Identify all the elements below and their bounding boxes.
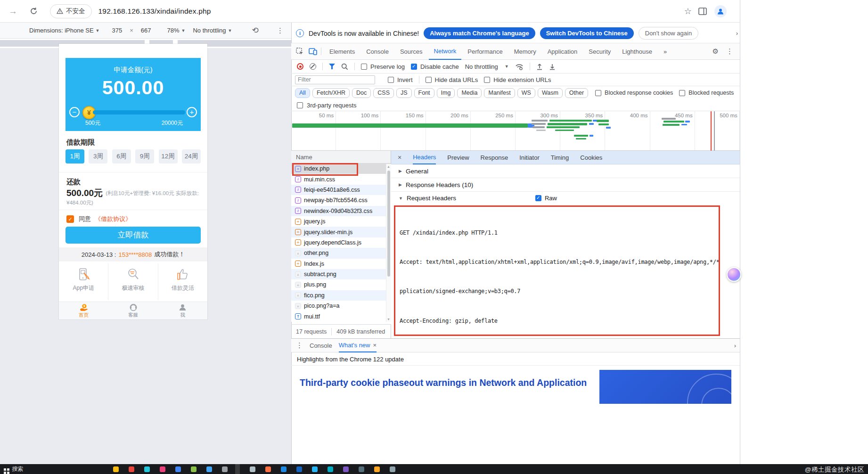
type-chip-doc[interactable]: Doc [352,88,371,98]
network-overview-timeline[interactable]: 50 ms 100 ms 150 ms 200 ms 250 ms 300 ms… [291,111,740,151]
taskbar-icon[interactable] [222,466,228,472]
floating-ball-widget[interactable] [727,267,741,282]
rotate-device-icon[interactable]: ⟲ [252,25,258,35]
bookmark-star-icon[interactable]: ☆ [684,6,692,16]
period-option[interactable]: 3周 [89,149,107,163]
third-party-checkbox[interactable] [297,102,303,108]
type-chip-css[interactable]: CSS [373,88,394,98]
close-tab-icon[interactable]: × [373,342,377,349]
device-toolbar-menu-icon[interactable]: ⋮ [277,26,284,35]
tab-application[interactable]: Application [542,43,583,60]
name-column-header[interactable]: Name [291,151,391,163]
scrollbar-thumb[interactable] [387,171,390,277]
taskbar-icon[interactable] [206,466,212,472]
taskbar-icon[interactable] [296,466,302,472]
agreement-checkbox[interactable]: ✓ [66,215,74,223]
details-tab-timing[interactable]: Timing [551,154,569,161]
taskbar-search[interactable]: 搜索 [12,465,24,473]
details-tab-headers[interactable]: Headers [413,151,436,164]
taskbar-icon[interactable] [113,466,119,472]
close-details-icon[interactable]: × [398,154,401,161]
network-throttle-select[interactable]: No throttling▼ [465,63,509,70]
period-option[interactable]: 24周 [182,149,201,163]
blocked-requests-toggle[interactable]: Blocked requests [679,90,734,96]
request-row[interactable]: ▴subtract.png [291,269,391,279]
throttle-select[interactable]: No throttling▼ [193,27,232,34]
reload-icon[interactable] [30,7,38,15]
details-tab-response[interactable]: Response [481,154,508,161]
tab-security[interactable]: Security [583,43,616,60]
taskbar-active-app[interactable] [235,464,240,474]
period-option[interactable]: 12周 [159,149,178,163]
borrow-now-button[interactable]: 立即借款 [66,227,201,244]
url-text[interactable]: 192.168.126.133/xindai/index.php [98,7,211,16]
type-chip-js[interactable]: JS [396,88,412,98]
type-chip-img[interactable]: Img [437,88,455,98]
tab-memory[interactable]: Memory [509,43,541,60]
taskbar-icon[interactable] [281,466,287,472]
network-conditions-icon[interactable] [515,63,524,70]
details-tab-preview[interactable]: Preview [447,154,469,161]
blocked-cookies-checkbox[interactable] [595,90,601,96]
taskbar-icon[interactable] [390,466,395,472]
whats-new-highlights-row[interactable]: Highlights from the Chrome 122 update [291,353,740,366]
devtools-menu-icon[interactable]: ⋮ [726,47,733,56]
device-select[interactable]: Dimensions: iPhone SE▼ [29,27,100,34]
filter-icon[interactable] [329,64,335,69]
request-row[interactable]: ‹›jquery.js [291,216,391,227]
details-tab-initiator[interactable]: Initiator [519,154,540,161]
response-headers-section[interactable]: ▶Response Headers (10) [391,178,740,192]
banner-scroll-chevron-icon[interactable]: › [736,30,738,37]
taskbar-icon[interactable] [160,466,165,472]
hide-extension-urls-checkbox[interactable] [484,77,490,83]
forward-icon[interactable]: → [8,6,17,16]
drawer-overflow-chevron-icon[interactable]: › [734,342,736,349]
drawer-menu-icon[interactable]: ⋮ [296,341,303,350]
hide-data-urls-checkbox[interactable] [426,77,432,83]
device-toolbar-toggle-icon[interactable] [309,48,317,55]
security-chip[interactable]: 不安全 [50,4,92,18]
taskbar-icon[interactable] [359,466,364,472]
request-row[interactable]: ▴pico.png?a=a [291,301,391,311]
whats-new-article-image[interactable] [599,370,731,404]
request-row[interactable]: /newindex-09d04b32f3.css [291,206,391,216]
type-chip-ws[interactable]: WS [517,88,535,98]
request-row[interactable]: ▴fico.png [291,290,391,301]
tab-network[interactable]: Network [429,43,462,60]
tab-support[interactable]: 客服 [108,302,158,319]
amount-slider-track[interactable] [93,110,185,114]
type-chip-other[interactable]: Other [565,88,588,98]
taskbar-icon[interactable] [328,466,333,472]
taskbar-icon[interactable] [191,466,197,472]
filter-input[interactable] [295,75,375,84]
devtools-settings-icon[interactable]: ⚙ [712,47,719,56]
more-tabs-icon[interactable]: » [658,43,672,60]
request-row[interactable]: /newpay-bb7fcb5546.css [291,195,391,205]
side-panel-icon[interactable] [698,8,707,15]
clear-network-log-icon[interactable] [310,63,316,70]
taskbar-icon[interactable] [144,466,150,472]
invert-checkbox[interactable] [388,77,394,83]
type-chip-manifest[interactable]: Manifest [484,88,515,98]
import-har-icon[interactable] [536,63,543,70]
search-icon[interactable] [341,63,348,70]
taskbar-icon[interactable] [265,466,271,472]
period-option[interactable]: 1周 [66,149,84,163]
general-section-header[interactable]: ▶General [391,164,740,178]
drawer-tab-whats-new[interactable]: What's new × [339,338,377,352]
whats-new-article-title[interactable]: Third-party cookie phaseout warnings in … [300,377,601,389]
agreement-link[interactable]: 《借款协议》 [95,215,131,223]
tab-me[interactable]: 我 [158,302,207,319]
period-option[interactable]: 9周 [135,149,154,163]
taskbar-icon[interactable] [175,466,181,472]
amount-plus-button[interactable]: + [187,107,197,117]
taskbar-icon[interactable] [250,466,255,472]
taskbar-icon[interactable] [312,466,318,472]
request-row[interactable]: ▴other.png [291,248,391,258]
tab-home[interactable]: ¥ 首页 [59,302,108,319]
record-network-log-icon[interactable] [297,63,303,70]
disable-cache-toggle[interactable]: Disable cache [411,63,459,70]
request-headers-section[interactable]: ▼Request Headers Raw [391,191,740,205]
tab-elements[interactable]: Elements [324,43,360,60]
request-list-scrollbar[interactable]: ▲ ▼ [386,164,391,322]
